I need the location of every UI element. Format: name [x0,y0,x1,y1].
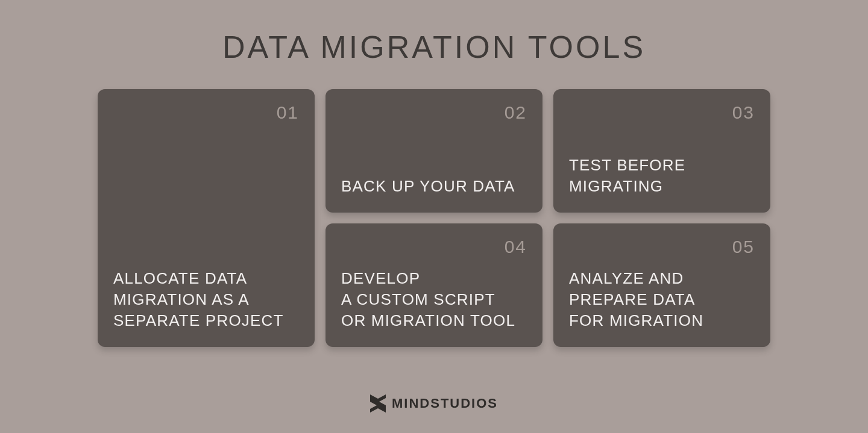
card-number: 01 [277,102,299,123]
footer: MINDSTUDIOS [0,394,868,413]
brand-logo-icon [370,394,386,413]
card-number: 05 [732,237,755,257]
card-text: ANALYZE AND PREPARE DATA FOR MIGRATION [569,268,755,331]
page-title: DATA MIGRATION TOOLS [222,29,646,65]
card-03: 03 TEST BEFORE MIGRATING [553,89,770,213]
card-02: 02 BACK UP YOUR DATA [326,89,542,213]
card-01: 01 ALLOCATE DATA MIGRATION AS A SEPARATE… [98,89,315,347]
card-text: ALLOCATE DATA MIGRATION AS A SEPARATE PR… [113,268,299,331]
card-number: 03 [732,102,755,123]
card-grid: 01 ALLOCATE DATA MIGRATION AS A SEPARATE… [98,89,770,347]
card-text: BACK UP YOUR DATA [341,176,527,197]
card-text: TEST BEFORE MIGRATING [569,155,755,197]
card-text: DEVELOP A CUSTOM SCRIPT OR MIGRATION TOO… [341,268,527,331]
card-number: 02 [505,102,527,123]
brand-name: MINDSTUDIOS [392,396,498,411]
card-05: 05 ANALYZE AND PREPARE DATA FOR MIGRATIO… [553,223,770,347]
page: DATA MIGRATION TOOLS 01 ALLOCATE DATA MI… [0,0,868,433]
card-04: 04 DEVELOP A CUSTOM SCRIPT OR MIGRATION … [326,223,542,347]
card-number: 04 [505,237,527,257]
